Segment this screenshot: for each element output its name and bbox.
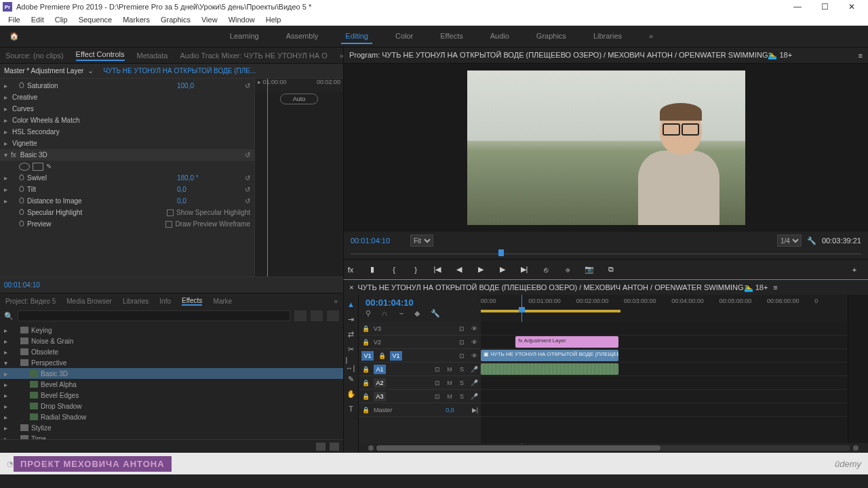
value-distance[interactable]: 0,0 xyxy=(177,197,245,205)
stopwatch-icon[interactable]: Ö xyxy=(19,209,26,216)
menu-edit[interactable]: Edit xyxy=(26,16,50,24)
filter-icon-1[interactable] xyxy=(294,310,307,321)
menu-help[interactable]: Help xyxy=(260,16,287,24)
twirl-icon[interactable]: ▸ xyxy=(4,105,11,113)
mask-pen-icon[interactable]: ✎ xyxy=(46,163,57,171)
solo-button[interactable]: S xyxy=(458,366,466,373)
eye-icon[interactable]: 👁 xyxy=(470,325,478,332)
tree-item-basic-3d[interactable]: ▸Basic 3D xyxy=(0,368,343,379)
snap-icon[interactable]: ⚲ xyxy=(366,309,375,319)
twirl-icon[interactable]: ▸ xyxy=(4,186,11,193)
slip-tool-icon[interactable]: |↔| xyxy=(346,359,357,369)
step-fwd-icon[interactable]: ▶ xyxy=(496,264,509,276)
zoom-scrollbar[interactable] xyxy=(376,445,850,451)
effect-timeline[interactable]: ▸ 01:00:00 00:02:00 Auto xyxy=(254,79,343,277)
menu-sequence[interactable]: Sequence xyxy=(73,16,118,24)
sequence-name[interactable]: ЧУТЬ НЕ УТОНУЛ НА ОТКРЫТОЙ ВОДЕ (ПЛЕ... xyxy=(103,67,256,75)
reset-icon[interactable]: ↺ xyxy=(245,197,250,205)
workspace-editing[interactable]: Editing xyxy=(341,29,372,44)
trash-icon[interactable] xyxy=(330,443,339,451)
marker-icon[interactable]: ◆ xyxy=(414,309,424,319)
eye-icon[interactable]: 👁 xyxy=(470,339,478,346)
tab-markers[interactable]: Marke xyxy=(213,298,232,305)
tree-item-keying[interactable]: ▸Keying xyxy=(0,325,343,336)
playhead[interactable] xyxy=(267,79,268,277)
maximize-button[interactable]: ☐ xyxy=(811,2,838,12)
tree-item-radial-shadow[interactable]: ▸Radial Shadow xyxy=(0,411,343,422)
stopwatch-icon[interactable]: Ö xyxy=(19,186,26,193)
stopwatch-icon[interactable]: Ö xyxy=(19,82,26,89)
tab-metadata[interactable]: Metadata xyxy=(137,52,168,60)
go-to-in-icon[interactable]: |◀ xyxy=(431,264,444,276)
sync-lock-icon[interactable]: ⊡ xyxy=(458,352,466,359)
export-frame-icon[interactable]: 📷 xyxy=(583,264,596,276)
fit-select[interactable]: Fit xyxy=(410,235,433,247)
filter-icon-3[interactable] xyxy=(327,310,339,321)
master-value[interactable]: 0,0 xyxy=(446,407,454,413)
lock-icon[interactable]: 🔒 xyxy=(361,407,370,413)
value-swivel[interactable]: 180,0 ° xyxy=(177,174,245,182)
twirl-icon[interactable]: ▸ xyxy=(4,174,11,182)
checkbox-specular[interactable] xyxy=(167,209,174,216)
solo-button[interactable]: S xyxy=(458,380,466,386)
target-a2[interactable]: A2 xyxy=(374,378,386,388)
fx-button[interactable]: fx xyxy=(344,264,357,276)
go-end-icon[interactable]: ▶| xyxy=(472,407,478,413)
tab-info[interactable]: Info xyxy=(159,298,171,305)
twirl-icon[interactable]: ▾ xyxy=(4,151,11,159)
menu-clip[interactable]: Clip xyxy=(50,16,73,24)
workspace-effects[interactable]: Effects xyxy=(436,29,467,44)
new-bin-icon[interactable] xyxy=(316,443,326,451)
panel-menu-icon[interactable]: ≡ xyxy=(773,283,777,291)
eye-icon[interactable]: 👁 xyxy=(470,352,478,359)
fx-badge-icon[interactable]: fx xyxy=(11,151,16,159)
target-a1[interactable]: A1 xyxy=(374,365,386,374)
lock-icon[interactable]: 🔒 xyxy=(378,352,386,359)
mute-button[interactable]: M xyxy=(446,380,454,386)
target-v1[interactable]: V1 xyxy=(390,351,402,361)
track-select-tool-icon[interactable]: ⇥ xyxy=(346,314,357,325)
lock-icon[interactable]: 🔒 xyxy=(361,325,370,332)
clip-video[interactable]: ▣ ЧУТЬ НЕ УТОНУЛ НА ОТКРЫТОЙ ВОДЕ (ПЛЕЩЕ… xyxy=(481,350,618,361)
stopwatch-icon[interactable]: Ö xyxy=(19,174,26,182)
effects-search-input[interactable] xyxy=(18,310,290,321)
target-a3[interactable]: A3 xyxy=(374,392,386,401)
effect-timecode[interactable]: 00:01:04:10 xyxy=(4,281,40,289)
twirl-icon[interactable]: ▸ xyxy=(4,94,11,101)
checkbox-wireframe[interactable] xyxy=(165,221,172,228)
wrench-icon[interactable]: 🔧 xyxy=(431,309,440,319)
sync-lock-icon[interactable]: ⊡ xyxy=(458,339,466,346)
home-icon[interactable]: 🏠 xyxy=(7,29,22,44)
ripple-tool-icon[interactable]: ⇄ xyxy=(346,329,357,340)
source-patch-v1[interactable]: V1 xyxy=(361,351,374,361)
stopwatch-icon[interactable]: Ö xyxy=(19,220,26,228)
track-v2[interactable]: V2 xyxy=(374,339,381,346)
add-button-icon[interactable]: + xyxy=(848,264,861,276)
close-sequence-icon[interactable]: × xyxy=(349,283,353,291)
tree-item-drop-shadow[interactable]: ▸Drop Shadow xyxy=(0,401,343,411)
dropdown-icon[interactable]: ⌄ xyxy=(87,66,94,75)
timeline-timecode[interactable]: 00:01:04:10 xyxy=(366,298,474,308)
tab-effects[interactable]: Effects xyxy=(182,297,202,306)
solo-button[interactable]: S xyxy=(458,393,466,400)
menu-window[interactable]: Window xyxy=(223,16,260,24)
reset-icon[interactable]: ↺ xyxy=(245,174,250,182)
workspace-graphics[interactable]: Graphics xyxy=(532,29,570,44)
menu-markers[interactable]: Markers xyxy=(117,16,155,24)
track-v3[interactable]: V3 xyxy=(374,325,381,332)
close-button[interactable]: ✕ xyxy=(838,2,865,12)
lift-icon[interactable]: ⎋ xyxy=(539,264,553,276)
overflow-icon[interactable]: » xyxy=(334,298,338,305)
value-tilt[interactable]: 0,0 xyxy=(177,186,245,193)
menu-file[interactable]: File xyxy=(3,16,26,24)
pen-tool-icon[interactable]: ✎ xyxy=(346,373,357,384)
lock-icon[interactable]: 🔒 xyxy=(361,380,370,386)
workspace-audio[interactable]: Audio xyxy=(486,29,513,44)
voiceover-icon[interactable]: 🎤 xyxy=(470,366,478,373)
sync-lock-icon[interactable]: ⊡ xyxy=(458,325,466,332)
work-area-bar[interactable] xyxy=(481,310,620,312)
clip-audio[interactable] xyxy=(481,363,618,375)
extract-icon[interactable]: ⎆ xyxy=(561,264,574,276)
tree-item-bevel-edges[interactable]: ▸Bevel Edges xyxy=(0,390,343,401)
workspace-overflow-icon[interactable]: » xyxy=(645,29,657,44)
